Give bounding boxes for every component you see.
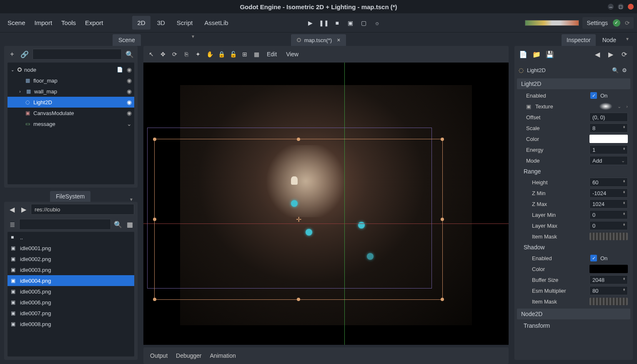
layer-mask-picker[interactable] <box>589 298 628 305</box>
filesystem-file-row[interactable]: ▣idle0008.png <box>8 319 134 329</box>
tree-node-floor-map[interactable]: ▦ floor_map ◉ <box>8 75 134 86</box>
color-picker[interactable] <box>589 135 628 143</box>
esm-field[interactable]: 80 <box>589 286 628 295</box>
layermax-field[interactable]: 0 <box>589 221 628 230</box>
rotate-tool-icon[interactable]: ⟳ <box>171 50 178 58</box>
pause-button[interactable]: ❚❚ <box>318 17 330 29</box>
bottom-tab-debugger[interactable]: Debugger <box>176 352 202 359</box>
dock-left-menu-icon[interactable]: ▼ <box>191 34 197 46</box>
filesystem-file-row[interactable]: ▣idle0003.png <box>8 264 134 275</box>
resize-handle[interactable] <box>441 218 444 221</box>
refresh-icon[interactable]: ⟳ <box>624 19 631 27</box>
workspace-tab-2d[interactable]: 2D <box>132 16 150 30</box>
inspector-group-shadow[interactable]: Shadow <box>517 242 630 253</box>
resize-handle[interactable] <box>153 138 156 141</box>
snap-grid-icon[interactable]: ▦ <box>253 50 260 58</box>
filesystem-up-dir[interactable]: ■ .. <box>8 232 134 243</box>
dock-tab-node[interactable]: Node <box>597 34 621 46</box>
tree-view-icon[interactable]: ≣ <box>8 220 17 229</box>
list-select-icon[interactable]: ⎘ <box>183 50 190 58</box>
resize-handle[interactable] <box>153 218 156 221</box>
layer-mask-picker[interactable] <box>589 233 628 240</box>
filesystem-file-row[interactable]: ▣idle0005.png <box>8 286 134 297</box>
unlock-icon[interactable]: 🔓 <box>229 50 237 58</box>
window-close-button[interactable] <box>628 4 634 10</box>
scale-field[interactable]: 8 <box>589 123 628 133</box>
zmax-field[interactable]: 1024 <box>589 199 628 208</box>
resize-handle[interactable] <box>441 138 444 141</box>
filesystem-search-input[interactable] <box>19 219 111 230</box>
viewport-view-menu[interactable]: View <box>283 49 301 59</box>
pivot-cross-icon[interactable]: ✛ <box>296 215 301 223</box>
filesystem-list[interactable]: ■ .. ▣idle0001.png ▣idle0002.png ▣idle00… <box>8 232 134 356</box>
visibility-icon[interactable]: ◉ <box>127 77 132 84</box>
pan-tool-icon[interactable]: ✋ <box>206 50 213 58</box>
energy-field[interactable]: 1 <box>589 145 628 154</box>
scene-tab-map[interactable]: map.tscn(*) × <box>291 34 346 46</box>
move-tool-icon[interactable]: ✥ <box>159 50 167 58</box>
bottom-tab-animation[interactable]: Animation <box>210 352 236 359</box>
history-icon[interactable]: ⟳ <box>619 50 629 59</box>
expand-icon[interactable]: ⌄ <box>10 68 15 72</box>
inspector-group-transform[interactable]: Transform <box>517 320 630 331</box>
tree-node-canvasmodulate[interactable]: ▣ CanvasModulate ◉ <box>8 108 134 118</box>
checkbox-enabled[interactable]: ✓ <box>590 92 597 99</box>
tree-node-root[interactable]: ⌄ node 📄 ◉ <box>8 64 134 75</box>
scene-tree[interactable]: ⌄ node 📄 ◉ ▦ floor_map ◉ › <box>8 63 134 184</box>
tree-node-message[interactable]: ▭ message ⌄ <box>8 118 134 129</box>
play-custom-button[interactable]: ▢ <box>358 17 370 29</box>
zmin-field[interactable]: -1024 <box>589 188 628 198</box>
mode-dropdown[interactable]: Add⌄ <box>589 156 628 165</box>
dock-right-menu-icon[interactable]: ▼ <box>623 34 632 46</box>
menu-scene[interactable]: Scene <box>3 16 30 30</box>
checkbox-shadow-enabled[interactable]: ✓ <box>590 255 597 261</box>
inspector-section-node2d[interactable]: Node2D <box>517 309 630 319</box>
snap-off-icon[interactable]: ⊞ <box>241 50 248 58</box>
shadow-color-picker[interactable] <box>589 265 628 273</box>
dock-fs-menu-icon[interactable]: ▼ <box>129 197 135 202</box>
visibility-collapsed-icon[interactable]: ⌄ <box>127 120 132 127</box>
menu-export[interactable]: Export <box>81 16 107 30</box>
menu-tools[interactable]: Tools <box>57 16 80 30</box>
visibility-icon[interactable]: ◉ <box>127 99 132 105</box>
add-node-icon[interactable]: + <box>8 50 17 59</box>
chevron-right-icon[interactable]: › <box>626 104 628 109</box>
height-field[interactable]: 60 <box>589 178 628 187</box>
expand-icon[interactable]: › <box>18 89 23 94</box>
play-button[interactable]: ▶ <box>304 17 317 29</box>
dock-tab-scene[interactable]: Scene <box>113 34 141 46</box>
filesystem-file-row[interactable]: ▣idle0007.png <box>8 308 134 319</box>
history-forward-icon[interactable]: ▶ <box>606 50 615 59</box>
viewport-2d[interactable]: ✛ <box>143 63 509 345</box>
script-icon[interactable]: 📄 <box>115 65 124 74</box>
filesystem-file-row[interactable]: ▣idle0004.png <box>8 275 134 286</box>
dock-tab-inspector[interactable]: Inspector <box>562 34 596 46</box>
filesystem-file-row[interactable]: ▣idle0001.png <box>8 243 134 254</box>
bottom-tab-output[interactable]: Output <box>150 352 168 359</box>
workspace-tab-assetlib[interactable]: AssetLib <box>199 16 233 30</box>
close-tab-icon[interactable]: × <box>337 37 340 43</box>
resize-handle[interactable] <box>441 298 444 301</box>
history-back-icon[interactable]: ◀ <box>593 50 602 59</box>
select-tool-icon[interactable]: ↖ <box>148 50 155 58</box>
lock-icon[interactable]: 🔒 <box>218 50 225 58</box>
resize-handle[interactable] <box>153 298 156 301</box>
filesystem-path-input[interactable] <box>31 204 134 215</box>
workspace-tab-script[interactable]: Script <box>172 16 198 30</box>
menu-import[interactable]: Import <box>30 16 57 30</box>
inspector-group-range[interactable]: Range <box>517 166 630 177</box>
search-icon[interactable]: 🔍 <box>612 67 619 73</box>
inspector-body[interactable]: Light2D Enabled ✓ On ▣ Texture ⌄ › Offse… <box>514 78 633 360</box>
offset-field[interactable]: (0, 0) <box>589 113 628 122</box>
resize-handle[interactable] <box>297 138 300 141</box>
resize-handle[interactable] <box>297 298 300 301</box>
filesystem-file-row[interactable]: ▣idle0002.png <box>8 254 134 264</box>
visibility-icon[interactable]: ◉ <box>127 88 132 95</box>
dock-tab-filesystem[interactable]: FileSystem <box>50 191 90 202</box>
grid-view-icon[interactable]: ▦ <box>125 220 134 229</box>
scene-filter-input[interactable] <box>33 49 122 60</box>
window-minimize-button[interactable]: – <box>608 4 614 10</box>
remote-debug-icon[interactable]: ☼ <box>371 17 384 29</box>
stop-button[interactable]: ■ <box>331 17 344 29</box>
search-icon[interactable]: 🔍 <box>125 50 134 59</box>
